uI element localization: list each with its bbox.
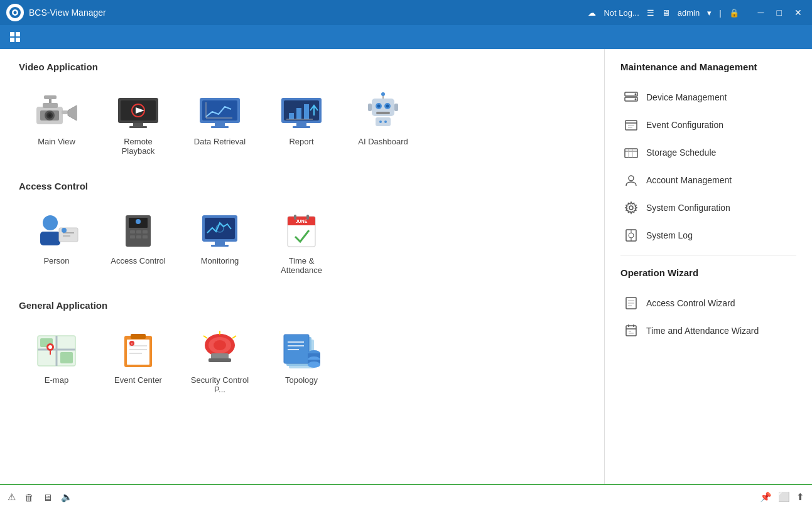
monitoring-label: Monitoring xyxy=(201,256,239,265)
svg-rect-58 xyxy=(143,230,148,233)
app-time-attendance[interactable]: JUNE Time & Attendance xyxy=(264,204,339,281)
svg-rect-71 xyxy=(294,215,296,220)
warning-icon[interactable]: ⚠ xyxy=(8,491,16,503)
system-configuration-icon xyxy=(624,200,639,215)
app-title: BCS-View Manager xyxy=(29,8,588,18)
main-view-label: Main View xyxy=(38,137,75,146)
svg-rect-22 xyxy=(211,126,229,128)
sidebar-system-configuration[interactable]: System Configuration xyxy=(620,194,796,222)
svg-rect-56 xyxy=(130,230,135,233)
monitor-status-icon[interactable]: 🖥 xyxy=(43,492,52,503)
pin-icon[interactable]: 📌 xyxy=(760,491,772,503)
app-main-view[interactable]: Main View xyxy=(19,85,94,162)
svg-rect-43 xyxy=(394,104,398,111)
svg-point-55 xyxy=(136,219,141,224)
access-control-wizard-label: Access Control Wizard xyxy=(646,298,735,308)
report-label: Report xyxy=(289,137,313,146)
svg-rect-21 xyxy=(215,123,225,126)
volume-icon[interactable]: 🔈 xyxy=(61,491,73,503)
app-person[interactable]: Person xyxy=(19,204,94,281)
dropdown-icon[interactable]: ▾ xyxy=(707,8,712,18)
svg-rect-28 xyxy=(293,126,310,128)
sidebar-time-attendance-wizard[interactable]: Time and Attendance Wizard xyxy=(620,317,796,345)
svg-marker-12 xyxy=(68,105,77,121)
app-remote-playback[interactable]: Remote Playback xyxy=(100,85,176,162)
close-button[interactable]: ✕ xyxy=(791,6,806,19)
sidebar-account-management[interactable]: Account Management xyxy=(620,166,796,194)
svg-rect-10 xyxy=(44,95,57,99)
video-application-section: Video Application xyxy=(19,62,585,162)
ai-dashboard-icon xyxy=(358,91,408,132)
app-security-control[interactable]: Security Control P... xyxy=(182,323,257,400)
system-log-label: System Log xyxy=(646,230,693,240)
lock-icon[interactable]: 🔒 xyxy=(729,8,739,18)
up-arrow-icon[interactable]: ⬆ xyxy=(796,491,804,503)
app-ai-dashboard[interactable]: AI Dashboard xyxy=(345,85,421,162)
monitor-icon[interactable]: 🖥 xyxy=(662,8,670,18)
app-event-center[interactable]: ! Event Center xyxy=(100,323,176,400)
access-control-label: Access Control xyxy=(111,256,165,265)
sidebar-access-control-wizard[interactable]: Access Control Wizard xyxy=(620,289,796,317)
app-access-control[interactable]: Access Control xyxy=(100,204,176,281)
svg-rect-29 xyxy=(289,113,294,119)
person-label: Person xyxy=(43,256,69,265)
statusbar-left: ⚠ 🗑 🖥 🔈 xyxy=(8,491,73,503)
account-management-icon xyxy=(624,173,639,188)
sidebar-storage-schedule[interactable]: Storage Schedule xyxy=(620,139,796,166)
svg-point-52 xyxy=(62,228,67,233)
svg-rect-100 xyxy=(284,335,309,363)
account-management-label: Account Management xyxy=(646,175,732,185)
list-icon[interactable]: ☰ xyxy=(647,8,654,18)
sidebar-event-configuration[interactable]: Event Configuration xyxy=(620,111,796,139)
access-control-section: Access Control xyxy=(19,181,585,281)
topology-icon xyxy=(276,330,327,370)
window-icon[interactable]: ⬜ xyxy=(778,491,790,503)
device-management-label: Device Management xyxy=(646,92,727,102)
svg-point-47 xyxy=(43,215,58,230)
svg-rect-16 xyxy=(129,126,147,128)
svg-rect-65 xyxy=(211,245,229,247)
left-content: Video Application xyxy=(0,49,605,484)
ai-dashboard-label: AI Dashboard xyxy=(358,137,408,146)
app-monitoring[interactable]: Monitoring xyxy=(182,204,257,281)
svg-point-46 xyxy=(384,121,387,123)
remote-playback-icon xyxy=(113,91,163,132)
person-icon xyxy=(31,210,82,251)
video-section-title: Video Application xyxy=(19,62,585,72)
app-data-retrieval[interactable]: Data Retrieval xyxy=(182,85,257,162)
sidebar-device-management[interactable]: Device Management xyxy=(620,83,796,111)
operation-wizard-title: Operation Wizard xyxy=(620,267,796,278)
svg-rect-44 xyxy=(376,117,391,126)
svg-rect-15 xyxy=(133,123,143,126)
svg-line-96 xyxy=(203,336,207,338)
maximize-button[interactable]: □ xyxy=(773,6,786,19)
svg-rect-59 xyxy=(130,235,135,238)
monitoring-icon xyxy=(195,210,245,251)
toolbar xyxy=(0,25,812,49)
svg-text:!: ! xyxy=(131,342,133,346)
svg-rect-84 xyxy=(131,334,146,339)
video-app-grid: Main View xyxy=(19,85,585,162)
app-report[interactable]: Report xyxy=(264,85,339,162)
system-log-icon xyxy=(624,228,639,243)
app-topology[interactable]: Topology xyxy=(264,323,339,400)
grid-menu-button[interactable] xyxy=(6,28,24,46)
svg-rect-117 xyxy=(625,149,637,158)
svg-point-121 xyxy=(629,176,634,181)
svg-rect-61 xyxy=(143,235,148,238)
access-app-grid: Person xyxy=(19,204,585,281)
titlebar-right: ☁ Not Log... ☰ 🖥 admin ▾ | 🔒 ─ □ ✕ xyxy=(588,6,806,19)
access-control-icon xyxy=(113,210,163,251)
topology-label: Topology xyxy=(285,375,318,385)
svg-point-92 xyxy=(214,340,226,350)
trash-icon[interactable]: 🗑 xyxy=(24,492,34,503)
app-emap[interactable]: E-map xyxy=(19,323,94,400)
svg-point-122 xyxy=(629,206,633,210)
general-application-section: General Application xyxy=(19,300,585,400)
username[interactable]: admin xyxy=(678,8,700,18)
sidebar-system-log[interactable]: System Log xyxy=(620,222,796,249)
titlebar: BCS-View Manager ☁ Not Log... ☰ 🖥 admin … xyxy=(0,0,812,25)
svg-rect-31 xyxy=(304,104,309,119)
minimize-button[interactable]: ─ xyxy=(754,6,768,19)
time-attendance-wizard-label: Time and Attendance Wizard xyxy=(646,326,759,336)
